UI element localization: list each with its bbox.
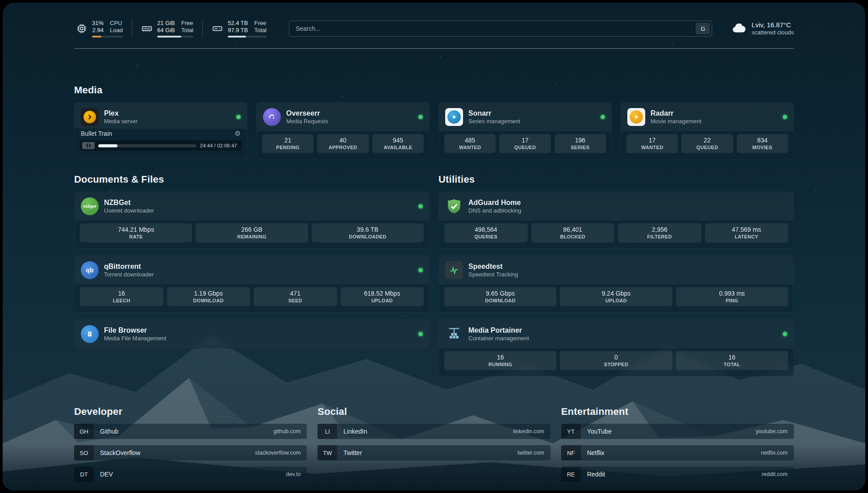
stat-total: 16TOTAL [676, 351, 788, 370]
bookmark-dev[interactable]: DT DEV dev.to [74, 467, 307, 482]
bookmark-netflix[interactable]: NF Netflix netflix.com [561, 445, 794, 460]
bookmark-url: dev.to [286, 471, 300, 477]
stat-queued: 22QUEUED [681, 134, 733, 153]
radarr-icon [627, 108, 645, 126]
stat-available: 945AVAILABLE [372, 134, 424, 153]
service-link-portainer[interactable]: Media Portainer Container management [439, 320, 793, 348]
stat-upload: 9.24 GbpsUPLOAD [560, 287, 672, 306]
service-subtitle: Torrent downloader [104, 271, 413, 278]
search-input[interactable] [289, 21, 712, 37]
disk-total-label: Total [254, 27, 266, 33]
service-link-plex[interactable]: Plex Media server [75, 103, 247, 129]
service-subtitle: Speedtest Tracking [468, 271, 787, 278]
service-subtitle: Media server [104, 118, 231, 125]
service-subtitle: Series management [468, 118, 595, 125]
stat-filtered: 2,956FILTERED [618, 223, 701, 242]
stat-approved: 40APPROVED [317, 134, 368, 153]
bookmark-abbr: NF [561, 445, 581, 460]
disk-icon [212, 23, 223, 34]
disk-widget: 52.4 TB Free 97.9 TB Total [202, 20, 275, 38]
service-link-sonarr[interactable]: Sonarr Series management [439, 103, 611, 131]
service-card-filebrowser: File Browser Media File Management [74, 319, 430, 349]
bookmark-url: stackoverflow.com [255, 450, 300, 456]
stat-wanted: 17WANTED [626, 134, 678, 153]
bookmark-url: twitter.com [517, 450, 544, 456]
cpu-usage-bar [92, 36, 123, 38]
bookmark-url: github.com [273, 428, 300, 435]
media-grid: Plex Media server Bullet Train ⚙ 24:44 /… [74, 102, 794, 159]
memory-free-value: 21 GiB [157, 20, 175, 26]
cloud-icon [731, 21, 747, 36]
service-link-nzbget[interactable]: nzbget NZBGet Usenet downloader [75, 192, 429, 221]
stat-leech: 16LEECH [80, 287, 163, 306]
bookmark-group-entertainment: Entertainment YT YouTube youtube.com NF … [561, 406, 794, 482]
stat-blocked: 86,401BLOCKED [531, 223, 615, 242]
service-card-nzbget: nzbget NZBGet Usenet downloader 744.21 M… [74, 192, 430, 249]
plex-player-bar: 24:44 / 02:06:47 [80, 140, 242, 151]
resource-widgets: 31% CPU 2.94 Load 21 [74, 20, 275, 38]
bookmark-twitter[interactable]: TW Twitter twitter.com [317, 445, 550, 460]
service-card-radarr: Radarr Movie management 17WANTED 22QUEUE… [621, 102, 794, 159]
bookmark-github[interactable]: GH Github github.com [74, 424, 307, 439]
bookmark-abbr: LI [317, 424, 337, 439]
stat-wanted: 485WANTED [444, 134, 496, 153]
now-playing-title: Bullet Train [81, 130, 112, 137]
section-title-utilities: Utilities [438, 174, 794, 185]
bookmark-stackoverflow[interactable]: SO StackOverflow stackoverflow.com [74, 445, 307, 460]
overseerr-icon [263, 108, 281, 126]
service-name: Radarr [651, 109, 674, 117]
status-dot [601, 115, 605, 119]
bookmark-abbr: SO [74, 445, 94, 460]
service-link-radarr[interactable]: Radarr Movie management [621, 103, 793, 131]
service-name: Plex [104, 109, 119, 117]
bookmark-name: Github [100, 428, 118, 435]
bookmark-youtube[interactable]: YT YouTube youtube.com [561, 424, 794, 439]
bookmark-name: StackOverflow [100, 449, 140, 456]
bookmark-name: Twitter [343, 449, 362, 456]
filebrowser-icon [81, 325, 99, 343]
nzbget-icon: nzbget [81, 197, 99, 215]
section-title-developer: Developer [74, 406, 307, 418]
stat-queries: 498,564QUERIES [444, 223, 528, 242]
cpu-widget: 31% CPU 2.94 Load [74, 20, 132, 38]
disk-usage-bar [228, 36, 267, 38]
bookmark-reddit[interactable]: RE Reddit reddit.com [561, 467, 794, 482]
service-link-filebrowser[interactable]: File Browser Media File Management [75, 320, 429, 348]
stat-movies: 834MOVIES [737, 134, 788, 153]
bookmark-url: youtube.com [755, 428, 788, 435]
bookmark-url: linkedin.com [513, 428, 544, 435]
gear-icon[interactable]: ⚙ [235, 130, 241, 138]
bookmark-name: Reddit [587, 471, 605, 478]
bookmark-name: Netflix [587, 449, 605, 456]
service-subtitle: Movie management [651, 118, 777, 125]
service-link-qbittorrent[interactable]: qb qBittorrent Torrent downloader [75, 256, 429, 284]
service-card-portainer: Media Portainer Container management 16R… [438, 319, 794, 376]
memory-total-value: 64 GiB [157, 27, 175, 33]
stat-latency: 47.569 msLATENCY [705, 223, 789, 242]
status-dot [783, 115, 787, 119]
stat-rate: 744.21 MbpsRATE [80, 223, 192, 242]
section-utilities: Utilities [438, 174, 794, 376]
service-link-speedtest[interactable]: Speedtest Speedtest Tracking [439, 256, 793, 284]
weather-location: Lviv, 16.87°C [751, 21, 794, 29]
service-name: AdGuard Home [468, 199, 521, 206]
bookmark-url: reddit.com [762, 471, 788, 477]
bookmark-abbr: TW [317, 445, 337, 460]
pause-button[interactable] [82, 142, 95, 149]
dashboard-screen: 31% CPU 2.94 Load 21 [3, 3, 865, 490]
disk-free-label: Free [254, 20, 266, 26]
service-card-speedtest: Speedtest Speedtest Tracking 9.65 GbpsDO… [438, 255, 794, 313]
search-provider-button[interactable]: G [696, 23, 710, 34]
playback-progress-bar[interactable] [98, 144, 196, 147]
stat-download: 9.65 GbpsDOWNLOAD [444, 287, 556, 306]
memory-usage-bar [157, 36, 193, 38]
weather-widget[interactable]: Lviv, 16.87°C scattered clouds [731, 21, 794, 37]
service-link-adguard[interactable]: AdGuard Home DNS and adblocking [439, 192, 793, 221]
bookmark-group-developer: Developer GH Github github.com SO StackO… [74, 406, 307, 482]
stat-remaining: 266 GBREMAINING [196, 223, 308, 242]
service-link-overseerr[interactable]: Overseerr Media Requests [257, 103, 429, 131]
service-name: qBittorrent [104, 263, 141, 270]
search-bar: G [289, 21, 712, 37]
bookmark-linkedin[interactable]: LI LinkedIn linkedin.com [317, 424, 550, 439]
adguard-icon [445, 197, 463, 215]
